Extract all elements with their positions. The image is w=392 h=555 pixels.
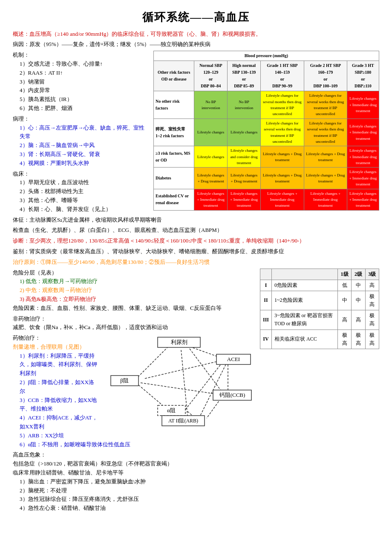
bp-cell-0-1: No BP intervention — [228, 91, 261, 119]
svg-text:AT II阻(ARB): AT II阻(ARB) — [168, 418, 198, 424]
crisis-3: 3）急性冠脉综合征：降压至疼痛消失，尤舒张压 — [20, 495, 379, 504]
bp-table-wrapper: Blood pressure (mmHg) Other risk factors… — [153, 51, 379, 211]
signs-text: 主动脉瓣区S₂亢进金属样，收缩期吹风样或早期喀喇音 — [29, 217, 162, 223]
diagnosis-section: 诊断：至少两次，理想120/80，130/85≤正常高值＜140/90≤轻度＜1… — [13, 237, 379, 246]
svg-line-1 — [190, 347, 219, 357]
crisis-section: 高血压危象： 包括急症（>180/120，靶器官衰竭）和亚急症（不伴靶器官衰竭）… — [13, 451, 379, 513]
svg-text:β阻: β阻 — [120, 377, 129, 384]
risk-cell-0-4: 高 — [365, 280, 379, 291]
bp-row-label-4: Established CV or renal disease — [154, 189, 194, 210]
bp-cell-1-4: Lifestyle changes + Immediate drug treat… — [347, 119, 379, 146]
risk-cell-3-4: 极高 — [365, 330, 379, 349]
diff-text: 肾实质病变（最常继发高血压）、肾动脉狭窄、大动脉狭窄、嗜铬细胞瘤、醛固酮增多症、… — [29, 248, 284, 254]
bp-cell-2-3: Lifestyle changes + Drug treatment — [304, 146, 347, 168]
svg-line-11 — [185, 364, 221, 410]
drug-6: 6）α阻：不独用，如哌唑嗪导致体位性低血压 — [20, 440, 379, 449]
risk-cell-2-4: 极高 — [365, 310, 379, 330]
risk-cell-3-1: 相关临床症状 ACC — [272, 330, 338, 349]
bp-cell-1-0: Lifestyle changes — [194, 119, 228, 146]
bp-cell-3-4: Lifestyle changes + Immediate drug treat… — [347, 168, 379, 189]
col-risk: Other risk factors OD or disease — [154, 61, 194, 91]
bp-cell-1-1: Lifestyle changes — [228, 119, 261, 146]
bp-row-label-0: No other risk factors — [154, 91, 194, 119]
risk-cell-2-1: 3~危险因素 or 靶器官损害 TOD or 糖尿病 — [272, 310, 338, 330]
overview-label: 概述： — [13, 31, 29, 37]
risk-cell-0-1: 0危险因素 — [272, 280, 338, 291]
risk-cell-3-0: IV — [260, 330, 272, 349]
diag-label: 诊断： — [13, 237, 29, 244]
svg-text:α阻: α阻 — [167, 407, 176, 413]
col-grade3: Grade 3 HT SBP≥180orDBP≥110 — [347, 61, 379, 91]
risk-cell-2-0: III — [260, 310, 272, 330]
risk-row-2: III3~危险因素 or 靶器官损害 TOD or 糖尿病高高极高 — [260, 310, 379, 330]
bp-cell-0-2: Lifestyle changes for several months the… — [261, 91, 304, 119]
bp-cell-0-3: Lifestyle changes for several weeks then… — [304, 91, 347, 119]
bp-table: Blood pressure (mmHg) Other risk factors… — [153, 51, 379, 211]
tp-text: ①降压——至少140/90，高危则尽量130/80；②预后——良好生活习惯 — [40, 259, 210, 265]
bp-cell-0-4: Lifestyle changes + Immediate drug treat… — [347, 91, 379, 119]
svg-line-5 — [141, 383, 218, 394]
risk-cell-1-1: 1~2危险因素 — [272, 291, 338, 310]
risk-table-wrapper: 1级 2级 3级 I0危险因素低中高II1~2危险因素中中极高III3~危险因素… — [260, 269, 379, 350]
crisis-4: 4）急性左心衰：硝普钠、硝酸甘油 — [20, 504, 379, 513]
risk-row-3: IV相关临床症状 ACC极高极高极高 — [260, 330, 379, 349]
risk-col-1: 1级 — [337, 269, 351, 280]
exam-text: 血（生化、尤肌酐）、尿（白蛋白）、ECG、眼底检查、动态血压监测（ABPM） — [24, 227, 222, 233]
svg-line-3 — [138, 385, 166, 408]
risk-col-3: 3级 — [365, 269, 379, 280]
svg-text:钙阻(CCB): 钙阻(CCB) — [219, 392, 245, 398]
drug-5: 5）ARB：XX沙坦 — [20, 431, 379, 440]
bp-cell-4-0: Lifestyle changes + Immediate drug treat… — [194, 189, 228, 210]
bp-cell-1-2: Lifestyle changes for several weeks then… — [261, 119, 304, 146]
bp-cell-3-1: Lifestyle changes + Drug treatment — [228, 168, 261, 189]
risk-row-1: II1~2危险因素中中极高 — [260, 291, 379, 310]
drug-diagram-svg: 利尿剂 β阻 α阻 ACEI 钙阻(CCB) AT II阻(ARB) — [102, 334, 256, 428]
bp-cell-4-4: Lifestyle changes + Immediate drug treat… — [347, 189, 379, 210]
bp-row-label-1: 猝死、室性失常 1~2 risk factors — [154, 119, 194, 146]
etiology-label: 病因： — [13, 41, 29, 47]
svg-text:利尿剂: 利尿剂 — [171, 339, 187, 345]
etiology-text: 原发（95%）——复杂，遗传+环境；继发（5%）——独立明确的某种疾病 — [29, 41, 211, 47]
treatment-principle-section: 治疗原则：①降压——至少140/90，高危则尽量130/80；②预后——良好生活… — [13, 258, 379, 267]
risk-cell-0-2: 低 — [337, 280, 351, 291]
bp-cell-4-1: Lifestyle changes + Immediate drug treat… — [228, 189, 261, 210]
tp-label: 治疗原则： — [13, 259, 40, 265]
bp-cell-3-2: Lifestyle changes + Drug treatment — [261, 168, 304, 189]
exam-label: 检查 — [13, 227, 24, 233]
page-title: 循环系统——高血压 — [13, 9, 379, 26]
examination-section: 检查血（生化、尤肌酐）、尿（白蛋白）、ECG、眼底检查、动态血压监测（ABPM） — [13, 226, 379, 235]
risk-cell-3-3: 极高 — [352, 330, 365, 349]
bp-cell-3-0: Lifestyle changes + Drug treatment — [194, 168, 228, 189]
col-grade1: Grade 1 HT SBP 140–159orDBP 90–99 — [261, 61, 304, 91]
bp-cell-4-3: Lifestyle changes + Immediate drug treat… — [304, 189, 347, 210]
bp-table-header: Blood pressure (mmHg) — [154, 51, 379, 61]
bp-cell-2-0: Lifestyle changes — [194, 146, 228, 168]
crisis-intro: 包括急症（>180/120，靶器官衰竭）和亚急症（不伴靶器官衰竭） — [13, 460, 379, 468]
risk-cell-2-2: 高 — [337, 310, 351, 330]
crisis-2: 2）脑梗死：不处理 — [20, 486, 379, 495]
bp-row-label-2: ≥3 risk factors, MS or OD — [154, 146, 194, 168]
drug-diagram: 利尿剂 β阻 α阻 ACEI 钙阻(CCB) AT II阻(ARB) — [102, 334, 256, 428]
drug-label: 药物治疗： — [13, 335, 40, 341]
risk-cell-3-2: 极高 — [337, 330, 351, 349]
col-high-normal: High normal SBP 130–139orDBP 85–89 — [228, 61, 261, 91]
bp-cell-2-4: Lifestyle changes + Immediate drug treat… — [347, 146, 379, 168]
risk-label: 危险分层（见表） — [13, 269, 57, 276]
risk-table: 1级 2级 3级 I0危险因素低中高II1~2危险因素中中极高III3~危险因素… — [260, 269, 379, 350]
crisis-common: 临床常用静注硝普钠、硝酸甘油、尼卡地平等 — [13, 468, 379, 477]
svg-text:ACEI: ACEI — [227, 356, 240, 362]
bp-cell-2-2: Lifestyle changes + Drug treatment — [261, 146, 304, 168]
bp-cell-3-3: Lifestyle changes + Drug treatment — [304, 168, 347, 189]
mechanism-label: 机制： — [13, 52, 29, 58]
risk-col-empty — [260, 269, 272, 280]
crisis-1: 1）脑出血：严密监测下降压，避免加重脑缺血\水肿 — [20, 477, 379, 486]
bp-row-label-3: Diabetes — [154, 168, 194, 189]
svg-line-9 — [207, 399, 221, 418]
pathology-label: 病理： — [13, 116, 29, 122]
risk-cell-1-4: 极高 — [365, 291, 379, 310]
svg-line-4 — [145, 361, 217, 379]
signs-label: 体征： — [13, 217, 29, 223]
col-normal: Normal SBP 120–129orDBP 80–84 — [194, 61, 228, 91]
risk-cell-1-3: 中 — [352, 291, 365, 310]
diag-text: 至少两次，理想120/80，130/85≤正常高值＜140/90≤轻度＜160/… — [29, 237, 305, 244]
